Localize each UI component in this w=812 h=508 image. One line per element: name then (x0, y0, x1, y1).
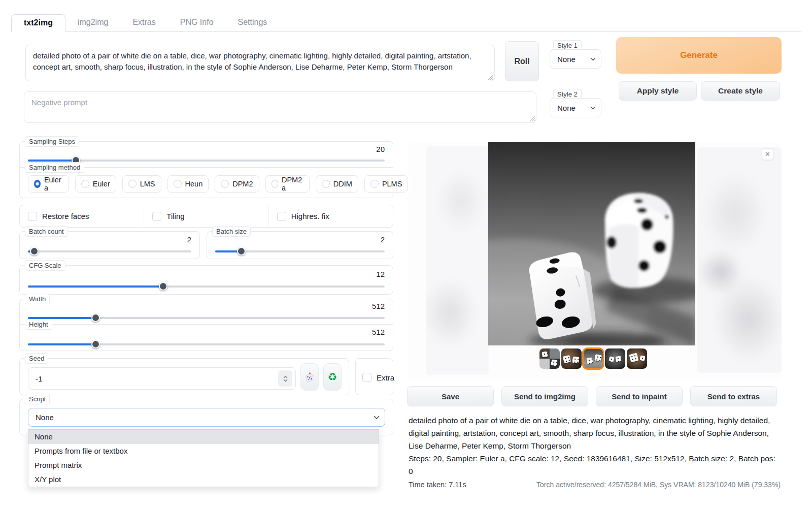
sampler-radio-plms[interactable]: PLMS (364, 175, 409, 193)
seed-input[interactable] (36, 374, 241, 383)
sampler-radio-ddim[interactable]: DDIM (316, 175, 358, 193)
roll-button[interactable]: Roll (505, 41, 539, 81)
send-to-img2img-button[interactable]: Send to img2img (501, 386, 588, 406)
radio-icon (81, 180, 89, 188)
sampler-label: DPM2 a (282, 176, 303, 192)
options-panel: Restore faces Tiling Highres. fix (19, 205, 393, 228)
chevron-down-icon (590, 57, 596, 61)
gallery-thumbnail-3-selected[interactable] (583, 348, 603, 369)
script-option-prompt-matrix[interactable]: Prompt matrix (28, 458, 379, 472)
sampler-radio-lms[interactable]: LMS (122, 175, 161, 193)
vram-usage-label: Torch active/reserved: 4257/5284 MiB, Sy… (536, 481, 781, 489)
checkbox-icon (152, 212, 161, 221)
negative-prompt-input[interactable] (24, 91, 536, 123)
batch-size-panel: Batch size 2 (207, 231, 393, 259)
sampler-radio-dpm2-a[interactable]: DPM2 a (265, 175, 310, 193)
send-to-inpaint-button[interactable]: Send to inpaint (596, 386, 683, 406)
highres-fix-checkbox[interactable]: Highres. fix (277, 212, 329, 221)
checkbox-icon (362, 373, 371, 382)
tab-settings[interactable]: Settings (226, 14, 280, 31)
cfg-scale-panel: CFG Scale 12 (19, 265, 393, 295)
gallery-thumbnail-1[interactable] (539, 348, 560, 369)
gallery-prev-image[interactable] (426, 146, 489, 375)
batch-size-slider[interactable] (215, 247, 385, 256)
radio-icon (370, 180, 379, 188)
batch-count-slider[interactable] (28, 247, 191, 256)
script-label: Script (25, 394, 50, 404)
width-panel: Width 512 (19, 299, 393, 325)
sampler-radio-dpm2[interactable]: DPM2 (215, 175, 259, 193)
script-select[interactable]: None (28, 408, 385, 427)
close-gallery-button[interactable]: ✕ (762, 148, 773, 160)
seed-stepper[interactable] (278, 370, 292, 387)
checkbox-icon (28, 212, 37, 221)
tab-txt2img[interactable]: txt2img (11, 14, 65, 32)
batch-size-label: Batch size (212, 226, 251, 237)
seed-input-wrap (28, 367, 296, 390)
style2-select[interactable]: None (550, 98, 601, 117)
width-slider[interactable] (28, 313, 385, 323)
width-value: 512 (372, 302, 385, 310)
save-button[interactable]: Save (407, 386, 494, 406)
batch-count-label: Batch count (25, 226, 68, 237)
sampler-label: Heun (185, 180, 203, 188)
sampler-label: Euler a (44, 176, 63, 192)
tab-png-info[interactable]: PNG Info (168, 14, 226, 31)
output-gallery: ✕ (409, 142, 782, 379)
generate-button[interactable]: Generate (616, 37, 782, 74)
radio-selected-icon (34, 180, 41, 188)
gallery-thumbnails (539, 348, 647, 369)
generation-info: detailed photo of a pair of white die on… (409, 414, 781, 489)
script-option-prompts-from-file[interactable]: Prompts from file or textbox (28, 444, 379, 458)
apply-style-button[interactable]: Apply style (619, 81, 697, 101)
height-panel: Height 512 (19, 324, 393, 351)
chevron-down-icon (590, 106, 596, 110)
restore-faces-label: Restore faces (42, 212, 89, 220)
radio-icon (128, 180, 137, 188)
gallery-thumbnail-5[interactable] (627, 348, 647, 369)
generation-info-prompt: detailed photo of a pair of white die on… (409, 414, 781, 452)
sampler-radio-heun[interactable]: Heun (167, 175, 209, 193)
create-style-button[interactable]: Create style (701, 81, 780, 101)
restore-faces-checkbox[interactable]: Restore faces (28, 212, 89, 221)
sampling-method-label: Sampling method (25, 162, 84, 173)
extra-checkbox[interactable]: Extra (362, 373, 394, 382)
batch-size-value: 2 (381, 235, 385, 244)
sampling-steps-value: 20 (376, 145, 385, 153)
script-value: None (36, 413, 54, 422)
cfg-scale-value: 12 (376, 270, 385, 278)
tab-extras[interactable]: Extras (120, 14, 167, 31)
prompt-input[interactable]: detailed photo of a pair of white die on… (25, 45, 495, 81)
tiling-checkbox[interactable]: Tiling (152, 212, 184, 221)
extra-seed-panel: Extra (355, 358, 393, 395)
radio-icon (272, 180, 278, 188)
script-option-xy-plot[interactable]: X/Y plot (28, 472, 379, 487)
radio-icon (221, 180, 229, 188)
sampler-label: LMS (140, 180, 155, 188)
tiling-label: Tiling (166, 212, 184, 220)
height-slider[interactable] (28, 340, 385, 349)
gallery-thumbnail-2[interactable] (561, 348, 582, 369)
height-label: Height (25, 319, 52, 330)
style1-select[interactable]: None (550, 49, 601, 69)
sampler-radio-euler-a[interactable]: Euler a (28, 175, 69, 193)
style2-value: None (557, 104, 576, 112)
random-seed-button[interactable] (300, 363, 319, 391)
cfg-scale-slider[interactable] (28, 282, 385, 291)
tab-img2img[interactable]: img2img (65, 14, 120, 31)
seed-label: Seed (25, 353, 48, 364)
extra-label: Extra (377, 373, 394, 382)
generation-info-params: Steps: 20, Sampler: Euler a, CFG scale: … (409, 452, 781, 478)
gallery-thumbnail-4[interactable] (605, 348, 625, 369)
style1-value: None (557, 55, 576, 64)
sampler-radio-euler[interactable]: Euler (75, 175, 116, 193)
reuse-seed-button[interactable]: ♻ (323, 363, 342, 391)
sampler-label: DDIM (333, 180, 352, 188)
batch-count-panel: Batch count 2 (19, 231, 200, 259)
highres-fix-label: Highres. fix (291, 212, 329, 220)
checkbox-icon (277, 212, 286, 221)
script-option-none[interactable]: None (28, 430, 379, 444)
send-to-extras-button[interactable]: Send to extras (690, 386, 777, 406)
gallery-next-image[interactable] (697, 147, 782, 373)
generated-image[interactable] (488, 142, 695, 345)
